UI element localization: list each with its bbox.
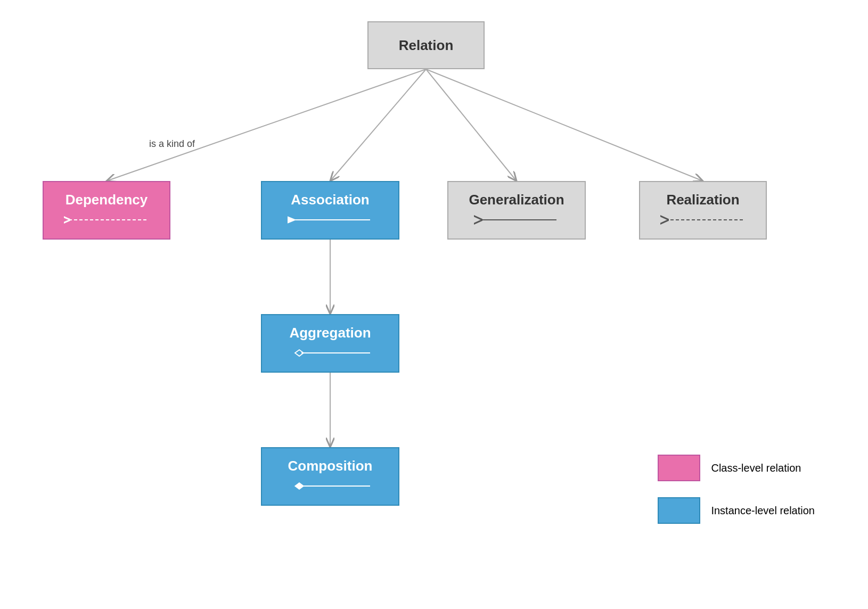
generalization-label: Generalization (463, 190, 569, 210)
legend-instance-level: Instance-level relation (658, 497, 815, 524)
diagram-container: Relation Dependency Association (0, 0, 868, 609)
legend-blue-box (658, 497, 700, 524)
node-dependency: Dependency (43, 181, 170, 240)
node-composition: Composition (261, 447, 399, 506)
legend-class-level: Class-level relation (658, 455, 815, 481)
aggregation-arrow (288, 345, 373, 360)
node-aggregation: Aggregation (261, 314, 399, 373)
aggregation-arrow-svg (288, 345, 373, 360)
relation-label: Relation (394, 35, 459, 56)
dependency-arrow (64, 212, 149, 227)
dependency-arrow-svg (64, 212, 149, 227)
dependency-label: Dependency (60, 190, 153, 210)
generalization-arrow (474, 212, 559, 227)
aggregation-label: Aggregation (284, 323, 376, 343)
node-generalization: Generalization (447, 181, 586, 240)
node-relation: Relation (367, 21, 485, 69)
association-label: Association (285, 190, 374, 210)
association-arrow (288, 212, 373, 227)
node-realization: Realization (639, 181, 767, 240)
legend: Class-level relation Instance-level rela… (658, 455, 815, 524)
composition-arrow-svg (288, 479, 373, 493)
legend-class-label: Class-level relation (711, 462, 801, 474)
generalization-arrow-svg (474, 212, 559, 227)
legend-pink-box (658, 455, 700, 481)
association-arrow-svg (288, 212, 373, 227)
legend-instance-label: Instance-level relation (711, 505, 815, 517)
realization-arrow (660, 212, 746, 227)
realization-arrow-svg (660, 212, 746, 227)
realization-label: Realization (661, 190, 744, 210)
composition-arrow (288, 479, 373, 493)
composition-label: Composition (283, 456, 378, 476)
is-a-kind-of-label: is a kind of (149, 138, 195, 150)
node-association: Association (261, 181, 399, 240)
svg-marker-16 (295, 483, 304, 489)
